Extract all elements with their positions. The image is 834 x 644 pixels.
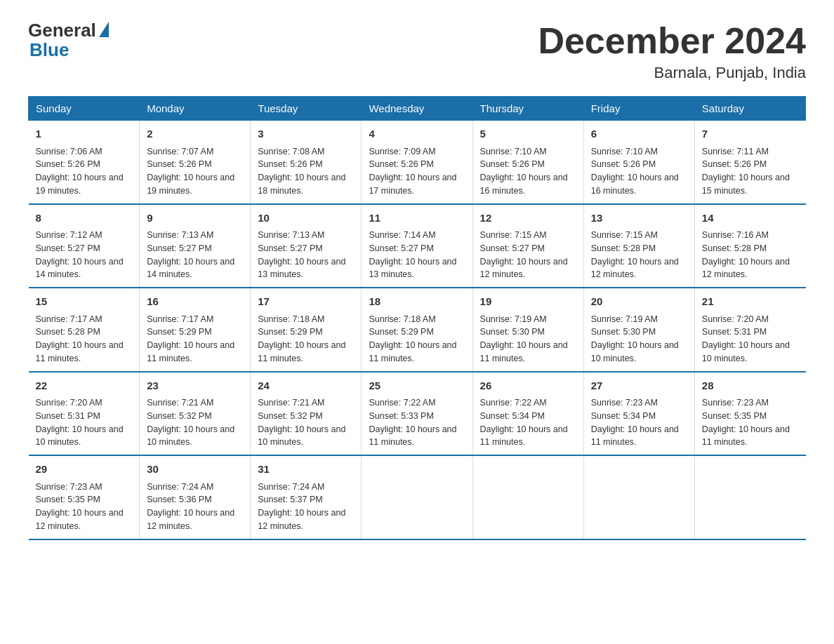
daylight-text: Daylight: 10 hours and 11 minutes. (147, 340, 234, 363)
day-cell: 14Sunrise: 7:16 AMSunset: 5:28 PMDayligh… (694, 204, 805, 288)
sunset-text: Sunset: 5:31 PM (702, 327, 767, 337)
day-cell: 17Sunrise: 7:18 AMSunset: 5:29 PMDayligh… (251, 288, 362, 372)
day-number: 20 (591, 294, 687, 310)
day-number: 29 (36, 462, 133, 478)
day-number: 25 (369, 378, 465, 394)
sunrise-text: Sunrise: 7:21 AM (258, 398, 324, 408)
sunrise-text: Sunrise: 7:20 AM (702, 314, 769, 324)
day-cell: 9Sunrise: 7:13 AMSunset: 5:27 PMDaylight… (140, 204, 251, 288)
sunset-text: Sunset: 5:29 PM (258, 327, 322, 337)
day-number: 17 (258, 294, 354, 310)
sunrise-text: Sunrise: 7:13 AM (147, 230, 213, 240)
day-cell: 31Sunrise: 7:24 AMSunset: 5:37 PMDayligh… (251, 455, 362, 539)
sunset-text: Sunset: 5:37 PM (258, 495, 322, 504)
day-header-tuesday: Tuesday (251, 97, 362, 121)
day-number: 21 (702, 294, 799, 310)
sunrise-text: Sunrise: 7:19 AM (480, 314, 547, 324)
day-cell: 18Sunrise: 7:18 AMSunset: 5:29 PMDayligh… (362, 288, 472, 372)
daylight-text: Daylight: 10 hours and 12 minutes. (480, 257, 568, 280)
sunrise-text: Sunrise: 7:20 AM (36, 398, 102, 408)
sunrise-text: Sunrise: 7:17 AM (147, 314, 213, 324)
sunset-text: Sunset: 5:32 PM (147, 411, 211, 421)
sunrise-text: Sunrise: 7:18 AM (369, 314, 435, 324)
daylight-text: Daylight: 10 hours and 10 minutes. (702, 340, 790, 363)
day-cell: 21Sunrise: 7:20 AMSunset: 5:31 PMDayligh… (694, 288, 805, 372)
calendar-body: 1Sunrise: 7:06 AMSunset: 5:26 PMDaylight… (29, 121, 806, 539)
daylight-text: Daylight: 10 hours and 10 minutes. (147, 424, 234, 448)
day-cell: 10Sunrise: 7:13 AMSunset: 5:27 PMDayligh… (251, 204, 362, 288)
day-cell: 8Sunrise: 7:12 AMSunset: 5:27 PMDaylight… (29, 204, 140, 288)
day-cell: 24Sunrise: 7:21 AMSunset: 5:32 PMDayligh… (251, 372, 362, 456)
sunset-text: Sunset: 5:35 PM (702, 411, 767, 421)
daylight-text: Daylight: 10 hours and 15 minutes. (702, 173, 790, 196)
day-cell: 5Sunrise: 7:10 AMSunset: 5:26 PMDaylight… (472, 121, 583, 204)
daylight-text: Daylight: 10 hours and 13 minutes. (258, 257, 345, 280)
sunset-text: Sunset: 5:26 PM (480, 159, 545, 169)
week-row-3: 15Sunrise: 7:17 AMSunset: 5:28 PMDayligh… (29, 288, 806, 372)
daylight-text: Daylight: 10 hours and 10 minutes. (591, 340, 679, 363)
sunset-text: Sunset: 5:30 PM (480, 327, 545, 337)
logo-general-text: General (28, 21, 96, 39)
day-cell: 30Sunrise: 7:24 AMSunset: 5:36 PMDayligh… (140, 455, 251, 539)
day-cell: 6Sunrise: 7:10 AMSunset: 5:26 PMDaylight… (583, 121, 694, 204)
daylight-text: Daylight: 10 hours and 11 minutes. (369, 424, 456, 448)
logo-top: General (28, 21, 109, 39)
week-row-1: 1Sunrise: 7:06 AMSunset: 5:26 PMDaylight… (29, 121, 806, 204)
day-number: 24 (258, 378, 354, 394)
sunrise-text: Sunrise: 7:14 AM (369, 230, 435, 240)
daylight-text: Daylight: 10 hours and 16 minutes. (480, 173, 568, 196)
sunrise-text: Sunrise: 7:22 AM (369, 398, 435, 408)
day-number: 4 (369, 126, 465, 142)
day-cell: 22Sunrise: 7:20 AMSunset: 5:31 PMDayligh… (29, 372, 140, 456)
daylight-text: Daylight: 10 hours and 12 minutes. (258, 508, 345, 531)
day-cell (362, 455, 472, 539)
sunset-text: Sunset: 5:28 PM (702, 243, 767, 253)
day-number: 18 (369, 294, 465, 310)
sunrise-text: Sunrise: 7:23 AM (702, 398, 769, 408)
location: Barnala, Punjab, India (538, 64, 806, 82)
day-cell: 20Sunrise: 7:19 AMSunset: 5:30 PMDayligh… (583, 288, 694, 372)
day-number: 10 (258, 210, 354, 227)
sunset-text: Sunset: 5:26 PM (147, 159, 211, 169)
day-number: 3 (258, 126, 354, 142)
daylight-text: Daylight: 10 hours and 12 minutes. (147, 508, 234, 531)
sunrise-text: Sunrise: 7:11 AM (702, 147, 769, 156)
sunset-text: Sunset: 5:26 PM (258, 159, 322, 169)
sunset-text: Sunset: 5:27 PM (369, 243, 433, 253)
day-cell: 4Sunrise: 7:09 AMSunset: 5:26 PMDaylight… (362, 121, 472, 204)
daylight-text: Daylight: 10 hours and 10 minutes. (36, 424, 124, 448)
sunrise-text: Sunrise: 7:10 AM (591, 147, 658, 156)
day-number: 31 (258, 462, 354, 478)
daylight-text: Daylight: 10 hours and 12 minutes. (702, 257, 790, 280)
logo-triangle-icon (99, 22, 109, 37)
day-number: 7 (702, 126, 799, 142)
sunset-text: Sunset: 5:28 PM (591, 243, 656, 253)
sunrise-text: Sunrise: 7:18 AM (258, 314, 324, 324)
daylight-text: Daylight: 10 hours and 14 minutes. (36, 257, 124, 280)
day-cell (694, 455, 805, 539)
sunrise-text: Sunrise: 7:13 AM (258, 230, 324, 240)
calendar-table: SundayMondayTuesdayWednesdayThursdayFrid… (28, 96, 806, 540)
day-number: 13 (591, 210, 687, 227)
daylight-text: Daylight: 10 hours and 18 minutes. (258, 173, 345, 196)
sunrise-text: Sunrise: 7:23 AM (591, 398, 658, 408)
sunset-text: Sunset: 5:27 PM (258, 243, 322, 253)
week-row-4: 22Sunrise: 7:20 AMSunset: 5:31 PMDayligh… (29, 372, 806, 456)
daylight-text: Daylight: 10 hours and 11 minutes. (480, 424, 568, 448)
sunrise-text: Sunrise: 7:12 AM (36, 230, 102, 240)
sunrise-text: Sunrise: 7:09 AM (369, 147, 435, 156)
sunset-text: Sunset: 5:35 PM (36, 495, 100, 504)
day-cell: 16Sunrise: 7:17 AMSunset: 5:29 PMDayligh… (140, 288, 251, 372)
day-number: 5 (480, 126, 576, 142)
daylight-text: Daylight: 10 hours and 19 minutes. (147, 173, 234, 196)
day-cell: 29Sunrise: 7:23 AMSunset: 5:35 PMDayligh… (29, 455, 140, 539)
day-header-monday: Monday (140, 97, 251, 121)
day-number: 14 (702, 210, 799, 227)
sunset-text: Sunset: 5:26 PM (369, 159, 433, 169)
sunrise-text: Sunrise: 7:15 AM (591, 230, 658, 240)
sunset-text: Sunset: 5:26 PM (702, 159, 767, 169)
day-header-thursday: Thursday (472, 97, 583, 121)
page-header: General Blue December 2024 Barnala, Punj… (28, 21, 806, 82)
day-cell (583, 455, 694, 539)
daylight-text: Daylight: 10 hours and 12 minutes. (591, 257, 679, 280)
